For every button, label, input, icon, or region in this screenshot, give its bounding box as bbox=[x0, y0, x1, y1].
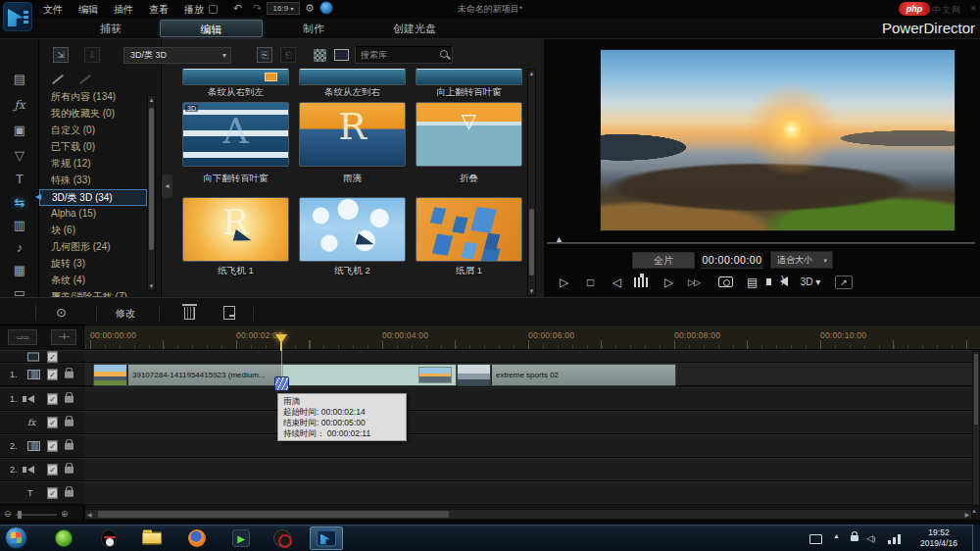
library-scrollbar[interactable]: ▲ ▼ bbox=[527, 69, 536, 296]
track-lane-audio-1.[interactable] bbox=[84, 387, 972, 411]
track-lane-select[interactable] bbox=[84, 350, 972, 363]
menu-item-5[interactable]: 播放 bbox=[184, 3, 204, 17]
modify-button[interactable]: 修改 bbox=[116, 307, 135, 321]
scroll-down-icon[interactable]: ▼ bbox=[528, 288, 535, 294]
transition-thumb-条纹从右到左[interactable] bbox=[182, 69, 289, 85]
zoom-slider-knob[interactable] bbox=[18, 511, 22, 519]
category-3D/类 3D[interactable]: 3D/类 3D (34) bbox=[39, 189, 147, 206]
category-块[interactable]: 块 (6) bbox=[39, 223, 147, 239]
volume-button[interactable] bbox=[780, 276, 788, 286]
menu-item-2[interactable]: 编辑 bbox=[78, 3, 98, 17]
chapter-room-icon[interactable]: ▦ bbox=[8, 260, 31, 281]
stop-button[interactable]: □ bbox=[587, 274, 594, 291]
transition-thumb-纸屑 1[interactable] bbox=[416, 197, 522, 262]
upgrade-icon[interactable] bbox=[319, 1, 333, 15]
track-manager-icon[interactable]: ⊙ bbox=[56, 305, 67, 320]
scroll-up-icon[interactable]: ▲ bbox=[971, 508, 977, 514]
effect-room-icon[interactable]: ƒx bbox=[8, 94, 31, 116]
category-常规[interactable]: 常规 (12) bbox=[39, 156, 147, 173]
track-enable-checkbox[interactable]: ✓ bbox=[47, 488, 58, 499]
security-tray-icon[interactable] bbox=[851, 535, 858, 541]
timeline-vscrollbar[interactable] bbox=[972, 351, 980, 506]
pen-icon[interactable] bbox=[49, 73, 63, 86]
fast-forward-button[interactable]: ▷▷ bbox=[688, 274, 700, 291]
produce-range-icon[interactable] bbox=[223, 306, 235, 320]
import-media-icon[interactable]: ⇲ bbox=[53, 47, 69, 63]
track-enable-checkbox[interactable]: ✓ bbox=[47, 465, 58, 476]
snapshot-button[interactable] bbox=[718, 276, 733, 287]
zoom-slider[interactable] bbox=[16, 514, 57, 516]
show-desktop-button[interactable] bbox=[972, 525, 980, 551]
seek-marker-icon[interactable]: ▲ bbox=[555, 234, 564, 244]
particle-room-icon[interactable]: ▽ bbox=[8, 145, 31, 167]
title-room-icon[interactable]: T bbox=[8, 169, 31, 190]
snap-button[interactable]: ⊣⊢ bbox=[51, 329, 76, 345]
timeline-clip-2[interactable]: extreme sports 02 bbox=[457, 364, 676, 386]
zoom-out-icon[interactable]: ⊖ bbox=[4, 509, 12, 520]
zoom-fit-dropdown[interactable]: 适合大小 ▾ bbox=[770, 251, 833, 269]
scroll-up-icon[interactable]: ▲ bbox=[528, 71, 535, 76]
tab-捕获[interactable]: 捕获 bbox=[67, 20, 155, 37]
category-scrollbar[interactable]: ▲ ▼ bbox=[147, 95, 156, 291]
category-几何图形[interactable]: 几何图形 (24) bbox=[39, 239, 147, 256]
ime-tray-icon[interactable] bbox=[809, 534, 822, 544]
track-enable-checkbox[interactable]: ✓ bbox=[47, 418, 58, 428]
volume-tray-icon[interactable]: ◁) bbox=[866, 533, 875, 543]
transition-thumb-向下翻转百叶窗[interactable]: A3D bbox=[182, 102, 289, 167]
scrollbar-handle[interactable] bbox=[974, 354, 978, 425]
tab-编辑[interactable]: 编辑 bbox=[160, 20, 263, 37]
movie-mode-tab[interactable]: 全片 bbox=[632, 252, 695, 269]
category-Alpha[interactable]: Alpha (15) bbox=[39, 206, 147, 223]
tray-expand-icon[interactable]: ▲ bbox=[833, 532, 840, 539]
tab-创建光盘[interactable]: 创建光盘 bbox=[359, 20, 470, 37]
transition-room-icon[interactable]: ⇆ bbox=[8, 192, 31, 214]
media-room-icon[interactable]: ▤ bbox=[8, 69, 31, 90]
track-enable-checkbox[interactable]: ✓ bbox=[47, 394, 58, 405]
track-lock-icon[interactable] bbox=[65, 396, 74, 403]
transition-badge-icon[interactable] bbox=[274, 376, 289, 391]
next-frame-button[interactable]: ▷ bbox=[664, 274, 673, 291]
track-lock-icon[interactable] bbox=[65, 443, 74, 450]
scroll-up-icon[interactable]: ▲ bbox=[148, 97, 155, 103]
library-filter-dropdown[interactable]: 3D/类 3D ▾ bbox=[123, 47, 231, 64]
transition-thumb-向上翻转百叶窗[interactable] bbox=[416, 69, 522, 85]
track-lock-icon[interactable] bbox=[65, 420, 74, 426]
taskbar-app-media-player[interactable]: ▶ bbox=[224, 526, 258, 550]
pip-objects-room-icon[interactable]: ▣ bbox=[8, 120, 31, 141]
taskbar-app-browser-360[interactable] bbox=[47, 526, 80, 550]
media-viewer-button[interactable]: ▤ bbox=[747, 274, 758, 291]
taskbar-app-file-explorer[interactable] bbox=[135, 526, 169, 550]
import-file-icon[interactable]: ⎘ bbox=[257, 47, 272, 63]
category-所有内容[interactable]: 所有内容 (134) bbox=[39, 89, 147, 106]
track-mode-button[interactable]: ▭▭ bbox=[8, 329, 37, 345]
preview-timecode[interactable]: 00:00:00:00 bbox=[700, 251, 764, 269]
menu-item-4[interactable]: 查看 bbox=[149, 3, 169, 17]
taskbar-clock[interactable]: 19:52 2019/4/16 bbox=[911, 527, 966, 549]
track-enable-checkbox[interactable]: ✓ bbox=[47, 370, 58, 380]
aspect-ratio-dropdown[interactable]: 16:9 ▾ bbox=[267, 2, 300, 15]
transition-thumb-雨滴[interactable]: R bbox=[299, 102, 406, 167]
track-lane-audio-2.[interactable] bbox=[84, 458, 972, 481]
search-icon[interactable] bbox=[440, 50, 448, 58]
taskbar-app-qq[interactable] bbox=[92, 526, 125, 550]
settings-gear-icon[interactable]: ⚙ bbox=[305, 2, 315, 15]
seek-bar[interactable] bbox=[547, 242, 975, 244]
category-特殊[interactable]: 特殊 (33) bbox=[39, 173, 147, 189]
track-lane-fx-fx[interactable] bbox=[84, 411, 972, 434]
preview-video[interactable] bbox=[600, 49, 956, 231]
zoom-in-icon[interactable]: ⊕ bbox=[61, 509, 69, 520]
timeline-hscrollbar[interactable]: ◀ ▶ bbox=[84, 509, 972, 520]
scrollbar-handle[interactable] bbox=[149, 108, 154, 250]
display-options-icon[interactable] bbox=[334, 49, 349, 61]
track-lane-title-T[interactable] bbox=[84, 481, 972, 505]
tab-制作[interactable]: 制作 bbox=[270, 20, 358, 37]
network-tray-icon[interactable] bbox=[888, 534, 902, 544]
audio-mixing-room-icon[interactable]: ▥ bbox=[8, 215, 31, 236]
voiceover-room-icon[interactable]: ♪ bbox=[8, 237, 31, 259]
transition-thumb-纸飞机 1[interactable]: R bbox=[182, 197, 289, 262]
previous-frame-button[interactable]: ◁ bbox=[612, 274, 621, 291]
undo-icon[interactable]: ↶ bbox=[233, 2, 242, 15]
category-自定义[interactable]: 自定义 (0) bbox=[39, 123, 147, 139]
start-button[interactable] bbox=[5, 526, 27, 549]
play-button[interactable]: ▷ bbox=[560, 274, 568, 291]
